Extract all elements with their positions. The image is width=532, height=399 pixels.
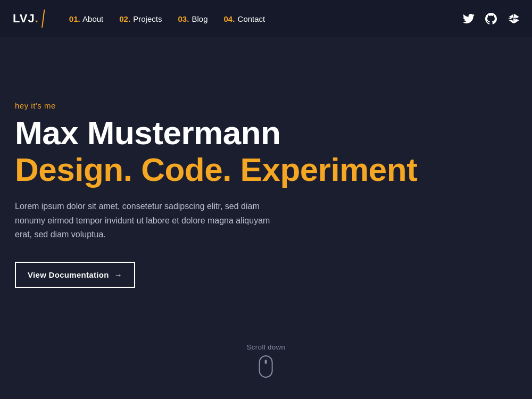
hero-name: Max Mustermann (15, 115, 517, 150)
nav-link-about[interactable]: 01. About (69, 14, 103, 23)
cta-arrow: → (114, 270, 122, 279)
nav-link-blog[interactable]: 03. Blog (178, 14, 207, 23)
nav-num-about: 01. (69, 14, 80, 23)
twitter-icon[interactable] (463, 13, 475, 24)
scroll-down-section: Scroll down (247, 343, 286, 378)
nav-label-blog: Blog (189, 14, 207, 23)
github-icon[interactable] (485, 13, 497, 24)
cta-label: View Documentation (28, 270, 109, 279)
nav-social (463, 13, 519, 24)
logo[interactable]: LVJ.╱ (13, 11, 48, 27)
nav-num-contact: 04. (224, 14, 235, 23)
scroll-mouse-dot (265, 360, 267, 364)
hero-section: hey it's me Max Mustermann Design. Code.… (0, 37, 532, 399)
nav-label-about: About (81, 14, 104, 23)
nav-link-contact[interactable]: 04. Contact (224, 14, 265, 23)
nav-label-contact: Contact (235, 14, 265, 23)
logo-text: LVJ (13, 12, 35, 26)
nav-num-projects: 02. (119, 14, 130, 23)
codepen-icon[interactable] (508, 13, 519, 24)
navbar: LVJ.╱ 01. About 02. Projects 03. Blog 04… (0, 0, 532, 37)
view-documentation-button[interactable]: View Documentation → (15, 262, 135, 288)
hero-greeting: hey it's me (15, 101, 517, 110)
hero-content: hey it's me Max Mustermann Design. Code.… (0, 37, 532, 288)
hero-description: Lorem ipsum dolor sit amet, consetetur s… (15, 200, 276, 242)
nav-num-blog: 03. (178, 14, 189, 23)
scroll-text: Scroll down (247, 343, 286, 351)
nav-link-projects[interactable]: 02. Projects (119, 14, 162, 23)
nav-label-projects: Projects (131, 14, 162, 23)
scroll-mouse-icon (259, 355, 273, 378)
logo-slash2: ╱ (37, 10, 51, 28)
hero-tagline: Design. Code. Experiment (15, 152, 517, 187)
nav-links: 01. About 02. Projects 03. Blog 04. Cont… (69, 14, 463, 23)
